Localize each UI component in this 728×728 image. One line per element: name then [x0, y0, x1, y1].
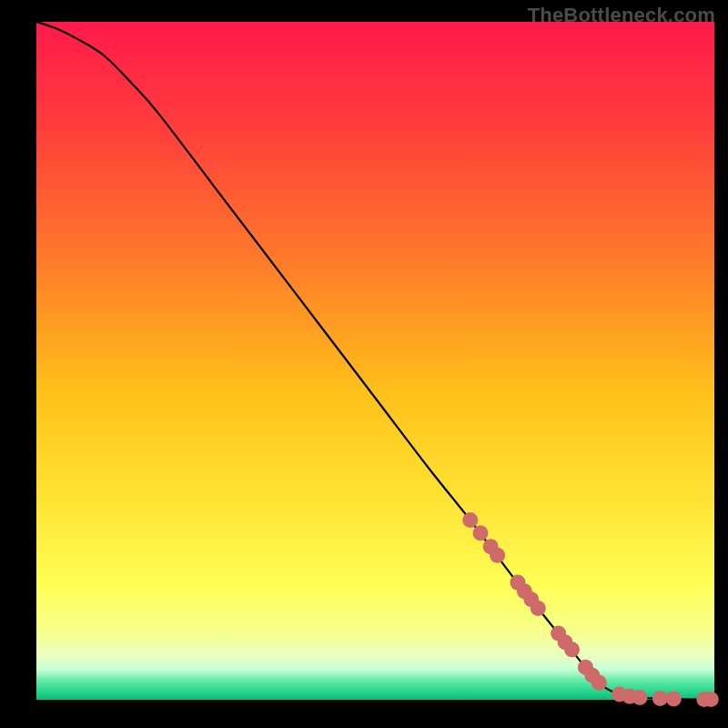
watermark-label: TheBottleneck.com	[528, 4, 715, 27]
main-curve	[36, 22, 714, 700]
highlight-dot	[652, 691, 668, 706]
highlight-dot	[490, 548, 505, 563]
highlight-dot	[666, 691, 682, 706]
plot-area	[36, 22, 714, 700]
highlight-dot	[564, 642, 580, 657]
highlight-dot	[632, 690, 648, 705]
highlight-dot	[472, 525, 488, 541]
highlight-dot	[462, 512, 478, 528]
highlight-dot	[592, 675, 607, 691]
highlight-dot	[703, 692, 719, 707]
highlight-dots	[462, 512, 718, 707]
chart-stage: TheBottleneck.com	[0, 0, 728, 728]
chart-svg	[36, 22, 714, 700]
highlight-dot	[531, 601, 546, 616]
